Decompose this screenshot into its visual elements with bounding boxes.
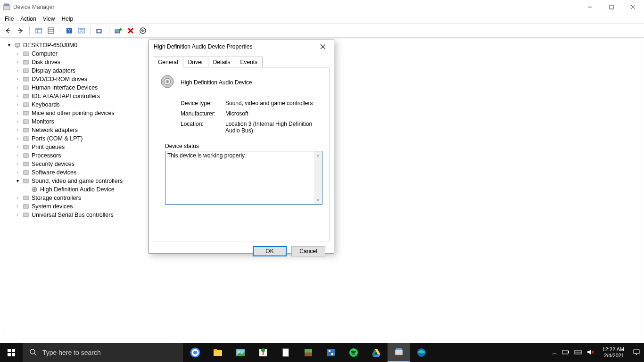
- tab-details[interactable]: Details: [208, 57, 236, 67]
- device-category-icon: [22, 144, 30, 150]
- svg-rect-40: [24, 162, 28, 166]
- menu-view[interactable]: View: [43, 16, 55, 22]
- tree-category-label: System devices: [32, 202, 73, 211]
- taskbar-app-drive[interactable]: [370, 347, 383, 358]
- dialog-close-button[interactable]: [317, 44, 329, 49]
- svg-point-44: [33, 189, 35, 190]
- chevron-right-icon[interactable]: ›: [15, 66, 20, 75]
- taskbar-app-minecraft[interactable]: [302, 347, 315, 358]
- tree-category-label: Keyboards: [32, 100, 60, 109]
- tree-category-label: Display adapters: [32, 66, 75, 75]
- scan-hardware-button[interactable]: [95, 25, 105, 36]
- taskbar-app-chrome[interactable]: [189, 347, 202, 358]
- taskbar-app-gallery[interactable]: [234, 347, 247, 358]
- show-hide-tree-button[interactable]: [33, 25, 44, 36]
- update-driver-button[interactable]: [138, 25, 148, 36]
- close-button[interactable]: [622, 0, 644, 14]
- taskbar-app-edge[interactable]: [415, 347, 428, 358]
- tray-clock[interactable]: 12:22 AM 2/4/2021: [599, 346, 628, 359]
- tab-driver[interactable]: Driver: [183, 57, 208, 67]
- action-list-button[interactable]: [76, 25, 87, 36]
- chevron-down-icon[interactable]: ▾: [15, 177, 20, 185]
- chevron-right-icon[interactable]: ›: [15, 143, 20, 151]
- help-button[interactable]: ?: [64, 25, 74, 36]
- tree-device-label: High Definition Audio Device: [40, 185, 115, 194]
- tray-battery-icon[interactable]: [562, 349, 570, 356]
- speaker-icon: [31, 186, 38, 193]
- taskbar-app-device-manager[interactable]: [388, 343, 410, 362]
- device-category-icon: [22, 161, 30, 167]
- uninstall-device-button[interactable]: [125, 25, 136, 36]
- minimize-button[interactable]: [579, 0, 601, 14]
- svg-rect-29: [24, 69, 28, 73]
- value-location: Location 3 (Internal High Definition Aud…: [225, 121, 323, 134]
- chevron-right-icon[interactable]: ›: [15, 160, 20, 168]
- chevron-right-icon[interactable]: ›: [15, 100, 20, 109]
- svg-rect-68: [283, 349, 289, 356]
- dialog-title-bar[interactable]: High Definition Audio Device Properties: [149, 40, 334, 53]
- tree-category-label: Universal Serial Bus controllers: [32, 211, 114, 219]
- chevron-right-icon[interactable]: ›: [15, 58, 20, 66]
- chevron-right-icon[interactable]: ›: [15, 92, 20, 100]
- tray-date: 2/4/2021: [603, 353, 624, 359]
- svg-rect-38: [24, 145, 28, 149]
- tree-category-label: Print queues: [32, 143, 65, 151]
- svg-rect-31: [24, 86, 28, 90]
- status-scrollbar[interactable]: ▲ ▼: [314, 151, 322, 204]
- tray-volume-icon[interactable]: [586, 349, 594, 357]
- tree-category-label: Processors: [32, 151, 61, 160]
- chevron-right-icon[interactable]: ›: [15, 75, 20, 83]
- scroll-down-icon[interactable]: ▼: [316, 198, 320, 203]
- ok-button[interactable]: OK: [253, 246, 287, 256]
- maximize-button[interactable]: [601, 0, 622, 14]
- dialog-tabs: General Driver Details Events: [153, 56, 330, 67]
- device-category-icon: [22, 127, 30, 133]
- chevron-right-icon[interactable]: ›: [15, 109, 20, 117]
- taskbar-apps: [189, 343, 428, 362]
- tray-overflow-icon[interactable]: ︿: [552, 349, 557, 356]
- svg-rect-72: [329, 350, 330, 352]
- svg-rect-25: [15, 43, 20, 47]
- svg-rect-37: [24, 137, 28, 140]
- cancel-button[interactable]: Cancel: [291, 246, 325, 256]
- svg-point-57: [30, 349, 35, 354]
- menu-bar: File Action View Help: [0, 14, 644, 24]
- tab-general[interactable]: General: [153, 57, 183, 67]
- tray-wifi-icon[interactable]: [574, 349, 582, 357]
- device-status-textarea[interactable]: This device is working properly. ▲ ▼: [165, 151, 322, 205]
- taskbar-app-spotify[interactable]: [347, 347, 360, 358]
- device-category-icon: [22, 101, 30, 108]
- menu-file[interactable]: File: [5, 16, 14, 22]
- menu-action[interactable]: Action: [20, 16, 36, 22]
- svg-rect-70: [305, 353, 312, 356]
- chevron-right-icon[interactable]: ›: [15, 49, 20, 58]
- device-category-icon: [22, 212, 30, 218]
- start-button[interactable]: [0, 343, 23, 362]
- add-legacy-hardware-button[interactable]: [113, 25, 124, 36]
- tab-events[interactable]: Events: [235, 57, 263, 67]
- properties-button[interactable]: [46, 25, 56, 36]
- taskbar-app-explorer[interactable]: [211, 347, 224, 358]
- chevron-right-icon[interactable]: ›: [15, 151, 20, 160]
- svg-rect-26: [17, 47, 18, 48]
- tray-notifications-icon[interactable]: [633, 349, 640, 357]
- chevron-right-icon[interactable]: ›: [15, 202, 20, 211]
- taskbar-app-tree[interactable]: [256, 347, 270, 358]
- taskbar-app-document[interactable]: [279, 347, 292, 358]
- chevron-right-icon[interactable]: ›: [15, 126, 20, 134]
- chevron-down-icon[interactable]: ▾: [6, 41, 12, 49]
- label-location: Location:: [181, 121, 225, 134]
- chevron-right-icon[interactable]: ›: [15, 194, 20, 202]
- chevron-right-icon[interactable]: ›: [15, 134, 20, 143]
- chevron-right-icon[interactable]: ›: [15, 168, 20, 177]
- chevron-right-icon[interactable]: ›: [15, 83, 20, 92]
- forward-button[interactable]: [15, 25, 25, 36]
- back-button[interactable]: [3, 25, 13, 36]
- scroll-up-icon[interactable]: ▲: [316, 153, 320, 157]
- taskbar-search[interactable]: Type here to search: [23, 343, 183, 362]
- svg-rect-76: [396, 348, 402, 350]
- taskbar-app-settings[interactable]: [324, 347, 338, 358]
- chevron-right-icon[interactable]: ›: [15, 211, 20, 219]
- chevron-right-icon[interactable]: ›: [15, 117, 20, 126]
- menu-help[interactable]: Help: [62, 16, 74, 22]
